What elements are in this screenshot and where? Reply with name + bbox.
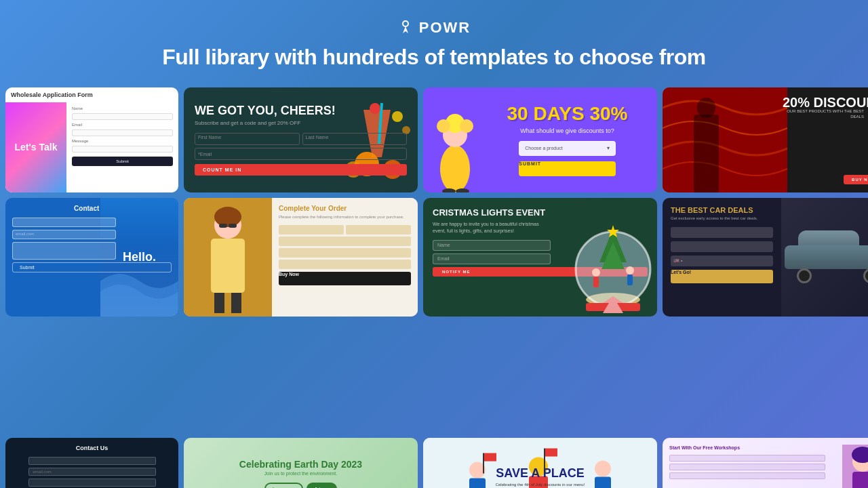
svg-point-35	[626, 266, 634, 274]
contact-field	[279, 260, 411, 269]
template-discount[interactable]: 30 DAYS 30% What should we give discount…	[423, 87, 657, 192]
template-workshop[interactable]: Start With Our Free Workshops	[663, 438, 868, 488]
template-contact-dark[interactable]: Contact Us email.com JOREEN PUA	[5, 438, 178, 488]
svg-rect-51	[545, 449, 557, 457]
svg-rect-27	[229, 224, 237, 228]
xmas-subtitle: We are happy to invite you to a beautifu…	[433, 221, 551, 235]
join-us-btn[interactable]: Join us	[307, 483, 337, 488]
svg-rect-18	[694, 115, 719, 192]
page-title: Full library with hundreds of templates …	[0, 45, 868, 70]
template-grid: Wholesale Application Form Let's Talk Na…	[0, 87, 868, 427]
discount-submit: SUBMIT	[519, 161, 615, 176]
name-label: Name	[72, 106, 173, 110]
svg-rect-43	[469, 479, 486, 489]
car-illustration	[785, 230, 868, 285]
svg-rect-34	[593, 277, 599, 287]
hello-text: Hello.	[123, 250, 156, 264]
xmas-email-input: Email	[433, 253, 551, 264]
bottom-row: Contact Us email.com JOREEN PUA Celebrat…	[0, 427, 868, 488]
product-select[interactable]: Choose a product ▾	[519, 141, 615, 156]
buy-now-btn: Buy Now	[279, 272, 411, 285]
svg-point-0	[403, 21, 408, 26]
city-field	[279, 248, 411, 258]
email-label: Email	[72, 123, 173, 127]
last-name	[346, 225, 411, 235]
template-earth-day[interactable]: Celebrating Earth Day 2023 Join us to pr…	[184, 438, 418, 488]
earth-subtitle: Join us to protect the environment.	[264, 471, 337, 476]
w-input-2	[669, 464, 825, 470]
workshop-form: Start With Our Free Workshops	[669, 445, 842, 488]
svg-rect-26	[219, 224, 227, 228]
svg-point-46	[595, 461, 611, 477]
car-image	[781, 198, 868, 317]
go-btn: Let's Go!	[671, 270, 773, 283]
powr-icon	[397, 20, 414, 36]
template-order[interactable]: Complete Your Order Please complete the …	[184, 198, 418, 317]
first-name-input: First Name	[195, 133, 300, 145]
w-input-3	[669, 472, 825, 479]
left-panel: Let's Talk	[5, 102, 66, 192]
buy-now-btn: BUY NOW	[844, 175, 868, 184]
twenty-off-title: 20% DISCOUNT	[783, 96, 868, 109]
email-input: *Email	[195, 148, 407, 160]
svg-rect-55	[852, 472, 868, 488]
discount-content: 30 DAYS 30% What should we give discount…	[507, 96, 628, 184]
address-field	[279, 237, 411, 246]
template-cheers[interactable]: WE GOT YOU, CHEERS! Subscribe and get a …	[184, 87, 418, 192]
svg-rect-23	[214, 293, 224, 313]
w-input-1	[669, 455, 825, 462]
cheers-text: WE GOT YOU, CHEERS! Subscribe and get a …	[195, 104, 407, 176]
chevron-down-icon: ▾	[607, 145, 610, 151]
discount-sub: What should we give discounts to?	[520, 127, 614, 134]
dark-input-1	[28, 457, 156, 465]
logo-container: POWR	[0, 19, 868, 37]
svg-rect-36	[627, 274, 633, 285]
earth-title: Celebrating Earth Day 2023	[239, 459, 362, 470]
car-subtitle: Get exclusive early access to the best c…	[671, 216, 773, 220]
car-phone-input: 🇺🇸 •	[671, 256, 773, 266]
template-car[interactable]: THE BEST CAR DEALS Get exclusive early a…	[663, 198, 868, 317]
template-christmas[interactable]: CRISTMAS LIGHTS EVENT We are happy to in…	[423, 198, 657, 317]
christmas-illustration	[569, 208, 657, 317]
last-name-input: Last Name	[302, 133, 408, 145]
workshop-title: Start With Our Free Workshops	[669, 445, 842, 451]
discount-overlay: 20% DISCOUNT OUR BEST PRODUCTS WITH THE …	[783, 96, 868, 120]
car-input-1	[671, 227, 773, 238]
message-label: Message	[72, 139, 173, 143]
discount-big-text: 30 DAYS 30%	[507, 104, 628, 123]
name-row	[279, 225, 411, 235]
cheers-subtitle: Subscribe and get a code and get 20% OFF	[195, 120, 407, 126]
template-contact-blue[interactable]: Contact Us email.com Submit Hello.	[5, 198, 178, 317]
art-background	[663, 87, 787, 192]
svg-rect-16	[663, 87, 787, 192]
svg-rect-22	[211, 239, 245, 293]
email-input-preview	[72, 129, 173, 136]
order-title: Complete Your Order	[279, 205, 411, 212]
email-field: email.com	[12, 230, 116, 239]
learn-more-btn[interactable]: Learn more	[264, 483, 303, 488]
first-name	[279, 225, 344, 235]
template-july[interactable]: SAVE A PLACE Celebrating the 4th of July…	[423, 438, 657, 488]
count-me-in-btn: COUNT ME IN	[195, 164, 407, 176]
card-body: Let's Talk Name Email Message Submit	[5, 102, 178, 192]
dark-input-2: email.com	[28, 468, 156, 476]
car-title: THE BEST CAR DEALS	[671, 206, 773, 214]
header: POWR Full library with hundreds of templ…	[0, 0, 868, 82]
submit-preview: Submit	[72, 157, 173, 166]
name-field	[12, 218, 116, 227]
name-input-preview	[72, 113, 173, 120]
select-placeholder: Choose a product	[525, 146, 606, 150]
dark-input-3	[28, 479, 156, 487]
svg-point-12	[437, 119, 450, 133]
person-image	[842, 445, 868, 488]
right-panel: Name Email Message Submit	[66, 102, 178, 192]
template-20off[interactable]: 20% DISCOUNT OUR BEST PRODUCTS WITH THE …	[663, 87, 868, 192]
svg-point-19	[697, 98, 716, 118]
template-wholesale[interactable]: Wholesale Application Form Let's Talk Na…	[5, 87, 178, 192]
svg-rect-47	[595, 477, 611, 489]
svg-point-9	[440, 145, 470, 192]
lets-talk-text: Let's Talk	[15, 142, 58, 153]
svg-rect-24	[231, 293, 241, 313]
message-field	[12, 242, 116, 260]
model-image	[184, 198, 272, 317]
